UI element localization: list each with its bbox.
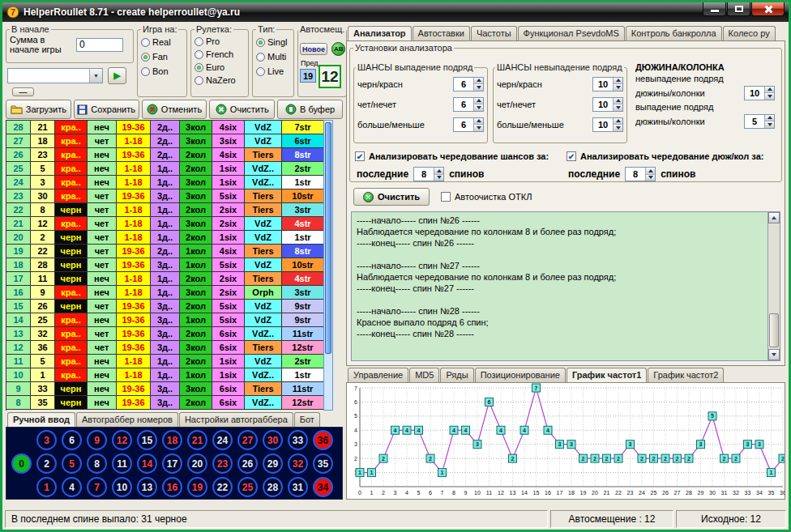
radio-Singl[interactable]: Singl — [256, 35, 290, 49]
board-number-16[interactable]: 16 — [162, 477, 182, 497]
table-row[interactable]: 243кра..неч1-181д..3кол1sixVdZ..1str — [6, 176, 323, 189]
tab-Анализатор[interactable]: Анализатор — [348, 26, 412, 40]
board-number-4[interactable]: 4 — [62, 477, 82, 497]
spinner-down-icon[interactable] — [765, 121, 774, 128]
spinner-up-icon[interactable] — [614, 118, 622, 126]
board-number-20[interactable]: 20 — [187, 453, 207, 474]
tab-Бот[interactable]: Бот — [294, 412, 320, 427]
board-number-3[interactable]: 3 — [36, 430, 57, 450]
new-button[interactable]: Новое — [300, 43, 327, 55]
spinner-up-icon[interactable] — [646, 168, 655, 175]
table-row[interactable]: 1526чернчет19-363д..2кол5sixVdZ9str — [6, 300, 323, 313]
table-scrollbar[interactable] — [323, 120, 333, 411]
board-number-26[interactable]: 26 — [237, 453, 258, 474]
board-number-9[interactable]: 9 — [87, 430, 107, 450]
autoshift-toggle-button[interactable]: АВ — [331, 42, 345, 56]
tab-Позиционирование[interactable]: Позиционирование — [475, 368, 566, 382]
close-button[interactable] — [751, 2, 785, 16]
board-number-31[interactable]: 31 — [288, 477, 308, 497]
board-number-22[interactable]: 22 — [212, 477, 233, 497]
table-row[interactable]: 1711черннеч1-181д..2кол2sixTiers4str — [6, 272, 323, 286]
tab-Управление[interactable]: Управление — [348, 368, 408, 382]
table-row[interactable]: 255кра..неч1-181д..2кол1sixVdZ..2str — [6, 162, 323, 176]
radio-Fan[interactable]: Fan — [141, 49, 183, 64]
checkbox-icon[interactable]: ✔ — [355, 151, 365, 161]
start-sum-input[interactable] — [76, 38, 123, 52]
table-row[interactable]: 202чернчет1-181д..2кол1sixVdZ1str — [6, 231, 323, 245]
copy-to-buffer-button[interactable]: В буфер — [277, 100, 343, 119]
board-number-13[interactable]: 13 — [137, 477, 157, 497]
board-number-36[interactable]: 36 — [313, 430, 333, 450]
spinner-up-icon[interactable] — [434, 168, 443, 175]
radio-Pro[interactable]: Pro — [195, 35, 245, 48]
board-number-28[interactable]: 28 — [263, 477, 283, 497]
board-number-23[interactable]: 23 — [212, 453, 233, 474]
radio-Bon[interactable]: Bon — [141, 64, 183, 79]
table-row[interactable]: 228чернчет1-181д..2кол2sixTiers3str — [6, 203, 323, 217]
radio-Multi[interactable]: Multi — [256, 49, 290, 64]
board-number-7[interactable]: 7 — [87, 477, 107, 497]
spinner-up-icon[interactable] — [614, 98, 622, 105]
table-row[interactable]: 835черннеч19-363д..2кол6sixVdZ..12str — [6, 396, 323, 410]
spinner-up-icon[interactable] — [474, 78, 483, 85]
table-row[interactable]: 1922чернчет19-362д..1кол4sixTiers8str — [6, 245, 323, 258]
tab-Автограббер номеров[interactable]: Автограббер номеров — [76, 412, 178, 427]
spinner-up-icon[interactable] — [474, 118, 483, 126]
log-scrollbar-thumb[interactable] — [769, 313, 779, 347]
collapse-button[interactable]: — — [12, 87, 34, 96]
tab-Частоты[interactable]: Частоты — [471, 26, 517, 40]
scroll-down-icon[interactable] — [768, 349, 780, 360]
analyzer-clear-button[interactable]: Очистить — [353, 188, 430, 206]
table-row[interactable]: 1332кра..чет19-363д..2кол6sixVdZ..11str — [6, 327, 323, 341]
tab-Ручной ввод[interactable]: Ручной ввод — [7, 412, 75, 427]
board-number-27[interactable]: 27 — [237, 430, 258, 450]
table-row[interactable]: 115кра..неч1-181д..2кол1sixVdZ2str — [6, 355, 323, 368]
board-number-8[interactable]: 8 — [87, 453, 107, 474]
tab-Ряды[interactable]: Ряды — [440, 368, 473, 382]
spinner-up-icon[interactable] — [474, 98, 483, 105]
board-number-25[interactable]: 25 — [237, 477, 258, 497]
radio-Live[interactable]: Live — [256, 64, 290, 79]
analyze-dozens-checkbox[interactable]: ✔ Анализировать чередование дюж/кол за: — [567, 148, 778, 164]
board-number-29[interactable]: 29 — [263, 453, 283, 474]
spinner-down-icon[interactable] — [474, 104, 483, 111]
table-row[interactable]: 2718кра..чет1-182д..3кол3sixVdZ6str — [6, 134, 323, 148]
board-number-34[interactable]: 34 — [313, 477, 333, 497]
save-button[interactable]: Сохранить — [74, 100, 139, 119]
table-row[interactable]: 2112кра..чет1-181д..3кол2sixVdZ4str — [6, 217, 323, 231]
table-row[interactable]: 933черннеч19-363д..3кол6sixTiers11str — [6, 382, 323, 396]
board-number-6[interactable]: 6 — [62, 430, 82, 450]
board-number-2[interactable]: 2 — [36, 453, 57, 474]
board-number-12[interactable]: 12 — [112, 430, 132, 450]
minimize-button[interactable] — [703, 2, 726, 16]
board-number-19[interactable]: 19 — [187, 477, 207, 497]
board-number-21[interactable]: 21 — [187, 430, 207, 450]
table-row[interactable]: 101кра..неч1-181д..1кол1sixVdZ..1str — [6, 368, 323, 382]
spinner-up-icon[interactable] — [765, 115, 774, 122]
spinner-down-icon[interactable] — [474, 84, 483, 91]
board-number-11[interactable]: 11 — [112, 453, 132, 474]
tab-График частот1[interactable]: График частот1 — [567, 368, 647, 382]
table-row[interactable]: 1425кра..неч19-363д..1кол5sixVdZ9str — [6, 313, 323, 327]
board-number-33[interactable]: 33 — [288, 430, 308, 450]
tab-MD5[interactable]: MD5 — [409, 368, 439, 382]
chevron-down-icon[interactable]: ▼ — [89, 69, 102, 83]
board-number-30[interactable]: 30 — [263, 430, 283, 450]
spinner-down-icon[interactable] — [614, 125, 622, 131]
radio-Real[interactable]: Real — [141, 35, 183, 49]
spinner-up-icon[interactable] — [765, 87, 774, 94]
cancel-button[interactable]: Отменить — [142, 100, 207, 119]
spinner-down-icon[interactable] — [765, 93, 774, 100]
board-number-14[interactable]: 14 — [137, 453, 157, 474]
board-number-0[interactable]: 0 — [11, 453, 32, 474]
radio-Euro[interactable]: Euro — [195, 61, 245, 74]
checkbox-icon[interactable]: ✔ — [567, 151, 576, 161]
board-number-10[interactable]: 10 — [112, 477, 132, 497]
table-row[interactable]: 169кра..неч1-181д..3кол2sixOrph3str — [6, 286, 323, 300]
radio-NaZero[interactable]: NaZero — [195, 74, 245, 87]
checkbox-icon[interactable] — [441, 192, 451, 202]
scroll-up-icon[interactable] — [768, 212, 780, 223]
autoclean-checkbox[interactable]: Автоочистка ОТКЛ — [441, 189, 532, 205]
board-number-1[interactable]: 1 — [36, 477, 57, 497]
board-number-32[interactable]: 32 — [288, 453, 308, 474]
